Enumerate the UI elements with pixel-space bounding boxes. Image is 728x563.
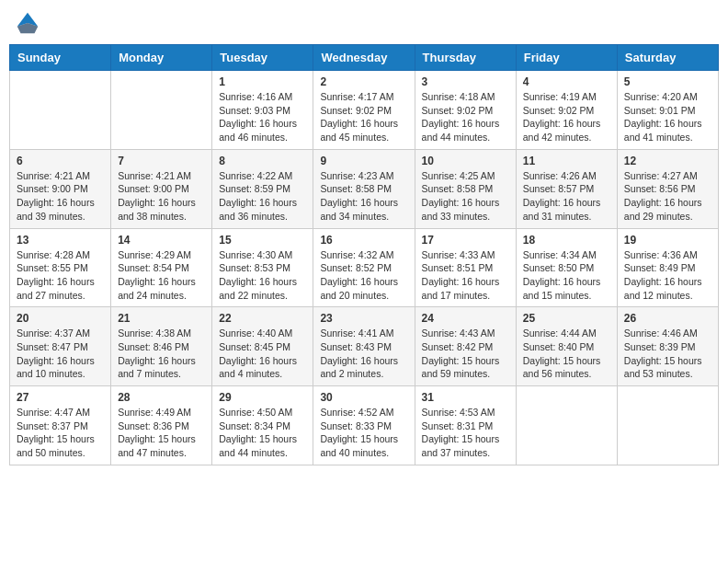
calendar-cell: 1Sunrise: 4:16 AM Sunset: 9:03 PM Daylig… bbox=[212, 71, 313, 150]
day-info: Sunrise: 4:23 AM Sunset: 8:58 PM Dayligh… bbox=[320, 169, 407, 224]
calendar-cell: 10Sunrise: 4:25 AM Sunset: 8:58 PM Dayli… bbox=[415, 149, 516, 228]
day-number: 5 bbox=[624, 75, 711, 88]
day-info: Sunrise: 4:40 AM Sunset: 8:45 PM Dayligh… bbox=[219, 327, 306, 381]
weekday-header: Sunday bbox=[10, 45, 111, 71]
calendar-cell: 7Sunrise: 4:21 AM Sunset: 9:00 PM Daylig… bbox=[111, 149, 212, 228]
calendar-cell: 3Sunrise: 4:18 AM Sunset: 9:02 PM Daylig… bbox=[415, 71, 516, 150]
day-info: Sunrise: 4:50 AM Sunset: 8:34 PM Dayligh… bbox=[219, 406, 306, 460]
calendar-cell: 2Sunrise: 4:17 AM Sunset: 9:02 PM Daylig… bbox=[313, 71, 415, 150]
day-number: 29 bbox=[219, 391, 306, 404]
calendar-cell: 22Sunrise: 4:40 AM Sunset: 8:45 PM Dayli… bbox=[212, 307, 313, 386]
day-info: Sunrise: 4:20 AM Sunset: 9:01 PM Dayligh… bbox=[624, 90, 711, 144]
weekday-header: Wednesday bbox=[313, 45, 415, 71]
day-number: 10 bbox=[422, 155, 509, 167]
calendar-cell: 12Sunrise: 4:27 AM Sunset: 8:56 PM Dayli… bbox=[617, 149, 718, 228]
day-number: 2 bbox=[320, 75, 407, 88]
calendar-cell: 9Sunrise: 4:23 AM Sunset: 8:58 PM Daylig… bbox=[313, 149, 415, 228]
calendar-cell: 8Sunrise: 4:22 AM Sunset: 8:59 PM Daylig… bbox=[212, 149, 313, 228]
calendar-header: SundayMondayTuesdayWednesdayThursdayFrid… bbox=[10, 45, 719, 71]
day-number: 13 bbox=[17, 234, 104, 247]
day-number: 17 bbox=[422, 234, 509, 247]
day-info: Sunrise: 4:44 AM Sunset: 8:40 PM Dayligh… bbox=[523, 327, 610, 381]
logo bbox=[14, 9, 45, 37]
weekday-header: Thursday bbox=[415, 45, 516, 71]
day-number: 12 bbox=[624, 155, 711, 167]
calendar-cell bbox=[516, 386, 617, 465]
day-number: 22 bbox=[219, 312, 306, 325]
day-number: 30 bbox=[320, 391, 407, 404]
calendar-cell: 26Sunrise: 4:46 AM Sunset: 8:39 PM Dayli… bbox=[617, 307, 718, 386]
calendar-cell: 24Sunrise: 4:43 AM Sunset: 8:42 PM Dayli… bbox=[415, 307, 516, 386]
calendar-cell: 23Sunrise: 4:41 AM Sunset: 8:43 PM Dayli… bbox=[313, 307, 415, 386]
day-info: Sunrise: 4:43 AM Sunset: 8:42 PM Dayligh… bbox=[422, 327, 509, 381]
day-info: Sunrise: 4:25 AM Sunset: 8:58 PM Dayligh… bbox=[422, 169, 509, 224]
day-info: Sunrise: 4:27 AM Sunset: 8:56 PM Dayligh… bbox=[624, 169, 711, 224]
calendar-cell: 13Sunrise: 4:28 AM Sunset: 8:55 PM Dayli… bbox=[10, 228, 111, 307]
calendar-cell bbox=[617, 386, 718, 465]
day-info: Sunrise: 4:17 AM Sunset: 9:02 PM Dayligh… bbox=[320, 90, 407, 144]
weekday-header-row: SundayMondayTuesdayWednesdayThursdayFrid… bbox=[10, 45, 719, 71]
day-number: 18 bbox=[523, 234, 610, 247]
day-number: 28 bbox=[118, 391, 205, 404]
day-info: Sunrise: 4:49 AM Sunset: 8:36 PM Dayligh… bbox=[118, 406, 205, 460]
calendar-cell: 25Sunrise: 4:44 AM Sunset: 8:40 PM Dayli… bbox=[516, 307, 617, 386]
day-number: 16 bbox=[320, 234, 407, 247]
day-info: Sunrise: 4:28 AM Sunset: 8:55 PM Dayligh… bbox=[17, 248, 104, 303]
day-number: 11 bbox=[523, 155, 610, 167]
day-info: Sunrise: 4:32 AM Sunset: 8:52 PM Dayligh… bbox=[320, 248, 407, 303]
day-info: Sunrise: 4:41 AM Sunset: 8:43 PM Dayligh… bbox=[320, 327, 407, 381]
weekday-header: Tuesday bbox=[212, 45, 313, 71]
calendar-cell: 30Sunrise: 4:52 AM Sunset: 8:33 PM Dayli… bbox=[313, 386, 415, 465]
day-number: 31 bbox=[422, 391, 509, 404]
calendar-cell: 29Sunrise: 4:50 AM Sunset: 8:34 PM Dayli… bbox=[212, 386, 313, 465]
calendar-cell: 31Sunrise: 4:53 AM Sunset: 8:31 PM Dayli… bbox=[415, 386, 516, 465]
calendar-week-row: 27Sunrise: 4:47 AM Sunset: 8:37 PM Dayli… bbox=[10, 386, 719, 465]
calendar-cell: 5Sunrise: 4:20 AM Sunset: 9:01 PM Daylig… bbox=[617, 71, 718, 150]
day-info: Sunrise: 4:16 AM Sunset: 9:03 PM Dayligh… bbox=[219, 90, 306, 144]
calendar-body: 1Sunrise: 4:16 AM Sunset: 9:03 PM Daylig… bbox=[10, 71, 719, 465]
day-number: 27 bbox=[17, 391, 104, 404]
day-info: Sunrise: 4:22 AM Sunset: 8:59 PM Dayligh… bbox=[219, 169, 306, 224]
day-info: Sunrise: 4:21 AM Sunset: 9:00 PM Dayligh… bbox=[118, 169, 205, 224]
day-number: 26 bbox=[624, 312, 711, 325]
weekday-header: Saturday bbox=[617, 45, 718, 71]
day-number: 25 bbox=[523, 312, 610, 325]
day-number: 20 bbox=[17, 312, 104, 325]
day-info: Sunrise: 4:47 AM Sunset: 8:37 PM Dayligh… bbox=[17, 406, 104, 460]
day-info: Sunrise: 4:38 AM Sunset: 8:46 PM Dayligh… bbox=[118, 327, 205, 381]
calendar-cell: 15Sunrise: 4:30 AM Sunset: 8:53 PM Dayli… bbox=[212, 228, 313, 307]
calendar-cell: 18Sunrise: 4:34 AM Sunset: 8:50 PM Dayli… bbox=[516, 228, 617, 307]
day-info: Sunrise: 4:46 AM Sunset: 8:39 PM Dayligh… bbox=[624, 327, 711, 381]
calendar-cell bbox=[10, 71, 111, 150]
day-info: Sunrise: 4:52 AM Sunset: 8:33 PM Dayligh… bbox=[320, 406, 407, 460]
day-number: 8 bbox=[219, 155, 306, 167]
calendar-week-row: 20Sunrise: 4:37 AM Sunset: 8:47 PM Dayli… bbox=[10, 307, 719, 386]
day-number: 3 bbox=[422, 75, 509, 88]
day-number: 6 bbox=[17, 155, 104, 167]
calendar-cell: 27Sunrise: 4:47 AM Sunset: 8:37 PM Dayli… bbox=[10, 386, 111, 465]
calendar-cell: 28Sunrise: 4:49 AM Sunset: 8:36 PM Dayli… bbox=[111, 386, 212, 465]
calendar-week-row: 6Sunrise: 4:21 AM Sunset: 9:00 PM Daylig… bbox=[10, 149, 719, 228]
day-number: 14 bbox=[118, 234, 205, 247]
day-number: 21 bbox=[118, 312, 205, 325]
day-info: Sunrise: 4:19 AM Sunset: 9:02 PM Dayligh… bbox=[523, 90, 610, 144]
calendar-cell: 4Sunrise: 4:19 AM Sunset: 9:02 PM Daylig… bbox=[516, 71, 617, 150]
day-number: 7 bbox=[118, 155, 205, 167]
calendar-week-row: 13Sunrise: 4:28 AM Sunset: 8:55 PM Dayli… bbox=[10, 228, 719, 307]
day-info: Sunrise: 4:37 AM Sunset: 8:47 PM Dayligh… bbox=[17, 327, 104, 381]
day-number: 19 bbox=[624, 234, 711, 247]
day-info: Sunrise: 4:26 AM Sunset: 8:57 PM Dayligh… bbox=[523, 169, 610, 224]
calendar-cell: 14Sunrise: 4:29 AM Sunset: 8:54 PM Dayli… bbox=[111, 228, 212, 307]
day-number: 9 bbox=[320, 155, 407, 167]
calendar-cell: 11Sunrise: 4:26 AM Sunset: 8:57 PM Dayli… bbox=[516, 149, 617, 228]
calendar-cell: 19Sunrise: 4:36 AM Sunset: 8:49 PM Dayli… bbox=[617, 228, 718, 307]
day-number: 23 bbox=[320, 312, 407, 325]
day-info: Sunrise: 4:29 AM Sunset: 8:54 PM Dayligh… bbox=[118, 248, 205, 303]
day-number: 1 bbox=[219, 75, 306, 88]
day-info: Sunrise: 4:21 AM Sunset: 9:00 PM Dayligh… bbox=[17, 169, 104, 224]
day-info: Sunrise: 4:36 AM Sunset: 8:49 PM Dayligh… bbox=[624, 248, 711, 303]
weekday-header: Friday bbox=[516, 45, 617, 71]
weekday-header: Monday bbox=[111, 45, 212, 71]
day-number: 15 bbox=[219, 234, 306, 247]
page-header bbox=[9, 9, 719, 37]
